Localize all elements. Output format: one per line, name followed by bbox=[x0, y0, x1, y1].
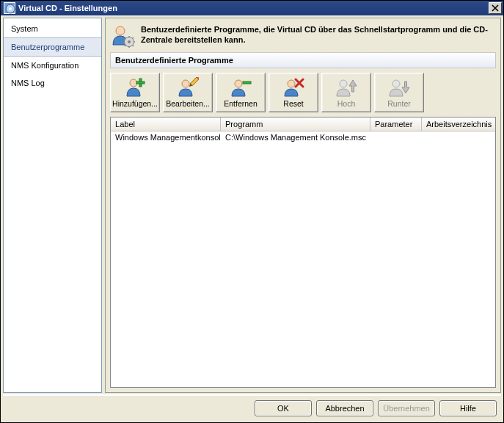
table-body[interactable]: Windows Managementkonsole C:\Windows Man… bbox=[111, 131, 495, 387]
remove-button[interactable]: Entfernen bbox=[216, 73, 266, 112]
svg-marker-28 bbox=[402, 82, 409, 93]
window-title: Virtual CD - Einstellungen bbox=[18, 4, 489, 12]
arrow-down-icon bbox=[388, 77, 410, 98]
add-user-icon bbox=[124, 77, 146, 98]
move-down-label: Runter bbox=[387, 99, 411, 108]
svg-line-10 bbox=[133, 46, 134, 47]
app-icon bbox=[4, 2, 15, 14]
column-workdir[interactable]: Arbeitsverzeichnis bbox=[422, 118, 495, 131]
ok-button[interactable]: OK bbox=[255, 400, 312, 416]
cell-workdir bbox=[422, 131, 495, 143]
section-header: Benutzerdefinierte Programme bbox=[110, 52, 496, 68]
toolbar: Hinzufügen... bbox=[110, 73, 496, 112]
svg-rect-15 bbox=[136, 82, 145, 84]
cell-program: C:\Windows Management Konsole.msc bbox=[221, 131, 370, 143]
remove-button-label: Entfernen bbox=[224, 99, 258, 108]
svg-line-9 bbox=[125, 37, 126, 39]
cell-parameter bbox=[370, 131, 422, 143]
edit-user-icon bbox=[177, 77, 199, 98]
svg-line-11 bbox=[133, 37, 134, 39]
column-parameter[interactable]: Parameter bbox=[370, 118, 422, 131]
svg-point-4 bbox=[128, 40, 131, 43]
move-up-button[interactable]: Hoch bbox=[321, 73, 371, 112]
sidebar: System Benutzerprogramme NMS Konfigurati… bbox=[3, 18, 102, 393]
info-row: Bentuzerdefinierte Programme, die Virtua… bbox=[110, 23, 496, 48]
titlebar: Virtual CD - Einstellungen bbox=[1, 1, 503, 15]
svg-rect-21 bbox=[243, 82, 251, 84]
edit-button-label: Bearbeiten... bbox=[166, 99, 210, 108]
reset-icon bbox=[282, 77, 304, 98]
close-button[interactable] bbox=[489, 2, 502, 14]
column-label[interactable]: Label bbox=[111, 118, 221, 131]
user-gear-icon bbox=[110, 23, 135, 48]
add-button[interactable]: Hinzufügen... bbox=[110, 73, 160, 112]
edit-button[interactable]: Bearbeiten... bbox=[163, 73, 213, 112]
sidebar-item-system[interactable]: System bbox=[4, 20, 101, 37]
move-up-label: Hoch bbox=[337, 99, 356, 108]
svg-point-16 bbox=[182, 80, 189, 87]
client-area: System Benutzerprogramme NMS Konfigurati… bbox=[1, 15, 503, 422]
cell-label: Windows Managementkonsole bbox=[111, 131, 221, 143]
move-down-button[interactable]: Runter bbox=[374, 73, 424, 112]
svg-point-22 bbox=[288, 80, 295, 87]
reset-button[interactable]: Reset bbox=[269, 73, 318, 112]
dialog-footer: OK Abbrechen Übernehmen Hilfe bbox=[3, 395, 501, 420]
upper-pane: System Benutzerprogramme NMS Konfigurati… bbox=[3, 18, 501, 393]
table-row[interactable]: Windows Managementkonsole C:\Windows Man… bbox=[111, 131, 495, 143]
cancel-button[interactable]: Abbrechen bbox=[316, 400, 373, 416]
column-program[interactable]: Programm bbox=[221, 118, 370, 131]
add-button-label: Hinzufügen... bbox=[112, 99, 158, 108]
sidebar-item-nms-config[interactable]: NMS Konfiguration bbox=[4, 57, 101, 74]
remove-user-icon bbox=[230, 77, 252, 98]
program-table: Label Programm Parameter Arbeitsverzeich… bbox=[110, 117, 496, 388]
svg-point-27 bbox=[392, 80, 400, 87]
sidebar-item-user-programs[interactable]: Benutzerprogramme bbox=[4, 37, 101, 57]
help-button[interactable]: Hilfe bbox=[439, 400, 497, 416]
sidebar-item-nms-log[interactable]: NMS Log bbox=[4, 74, 101, 92]
settings-window: Virtual CD - Einstellungen System Benutz… bbox=[0, 0, 504, 423]
svg-marker-26 bbox=[349, 80, 357, 92]
apply-button[interactable]: Übernehmen bbox=[378, 400, 435, 416]
svg-point-20 bbox=[235, 80, 242, 87]
svg-point-2 bbox=[116, 26, 125, 35]
svg-point-25 bbox=[340, 80, 347, 87]
info-text: Bentuzerdefinierte Programme, die Virtua… bbox=[141, 23, 496, 46]
svg-point-1 bbox=[9, 7, 12, 10]
svg-line-12 bbox=[125, 46, 126, 47]
arrow-up-icon bbox=[335, 77, 357, 98]
main-panel: Bentuzerdefinierte Programme, die Virtua… bbox=[105, 18, 501, 393]
table-header: Label Programm Parameter Arbeitsverzeich… bbox=[111, 118, 495, 131]
reset-button-label: Reset bbox=[283, 99, 303, 108]
